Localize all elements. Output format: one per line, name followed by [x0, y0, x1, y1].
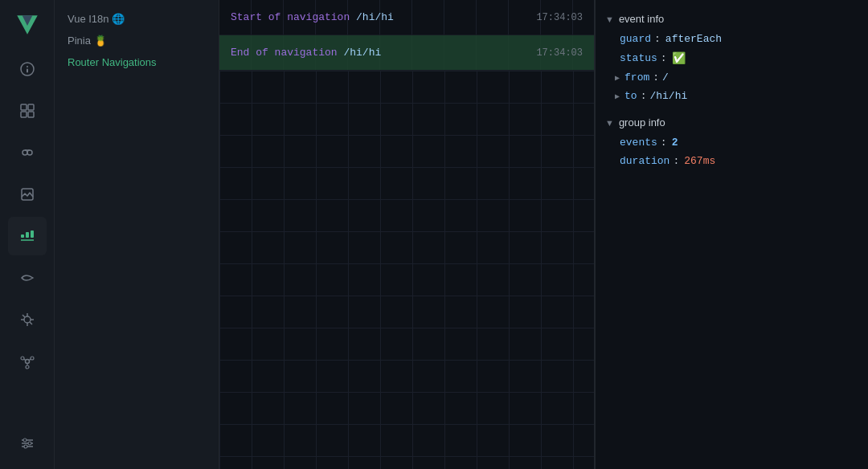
event-label-1: Start of navigation /hi/hi: [231, 11, 536, 23]
detail-to-row[interactable]: ▶ to : /hi/hi: [596, 87, 868, 105]
group-info-title: group info: [619, 116, 665, 128]
detail-status-value: ✅: [672, 51, 686, 65]
routing-icon-btn[interactable]: [8, 259, 47, 297]
detail-from-value: /: [662, 71, 669, 84]
from-expand-arrow: ▶: [615, 73, 620, 83]
pinia-icon-btn[interactable]: [8, 133, 47, 172]
event-label-2: End of navigation /hi/hi: [231, 47, 536, 59]
detail-panel: ▼ event info guard : afterEach status : …: [595, 0, 868, 469]
detail-guard-value: afterEach: [665, 33, 722, 45]
detail-duration-colon: :: [673, 155, 679, 167]
svg-point-25: [21, 357, 24, 360]
detail-guard-key: guard: [620, 33, 651, 45]
detail-to-key: to: [624, 90, 637, 102]
group-info-chevron: ▼: [605, 118, 614, 128]
event-info-section: ▼ event info guard : afterEach status : …: [596, 8, 868, 105]
svg-rect-5: [21, 104, 27, 110]
group-info-header[interactable]: ▼ group info: [596, 112, 868, 133]
nav-item-router-navigations[interactable]: Router Navigations: [55, 51, 219, 73]
svg-line-29: [29, 359, 31, 361]
svg-point-34: [23, 438, 27, 442]
svg-rect-14: [26, 232, 29, 238]
svg-rect-7: [21, 112, 27, 117]
svg-rect-8: [28, 112, 34, 117]
svg-point-17: [24, 316, 31, 323]
detail-status-key: status: [620, 52, 657, 64]
event-info-header[interactable]: ▼ event info: [596, 8, 868, 30]
nav-panel: Vue I18n 🌐 Pinia 🍍 Router Navigations: [55, 0, 219, 469]
svg-point-36: [24, 445, 27, 448]
event-info-chevron: ▼: [605, 14, 614, 24]
detail-events-value: 2: [672, 137, 678, 149]
detail-from-row[interactable]: ▶ from : /: [596, 68, 868, 87]
event-timestamp-1: 17:34:03: [536, 12, 583, 23]
detail-duration-row: duration : 267ms: [596, 152, 868, 170]
group-info-section: ▼ group info events : 2 duration : 267ms: [596, 112, 868, 170]
event-path-1: /hi/hi: [356, 11, 394, 23]
graph-icon-btn[interactable]: [8, 342, 47, 381]
event-keyword-1: Start of navigation: [231, 11, 350, 23]
svg-rect-6: [28, 104, 34, 110]
events-grid-empty: [219, 71, 594, 469]
vue-logo: [8, 6, 47, 45]
detail-status-row: status : ✅: [596, 48, 868, 68]
event-timestamp-2: 17:34:03: [536, 47, 583, 59]
svg-line-28: [24, 359, 26, 361]
detail-from-key: from: [624, 71, 649, 84]
detail-to-value: /hi/hi: [649, 90, 687, 102]
detail-to-colon: :: [641, 90, 647, 102]
detail-from-colon: :: [653, 71, 659, 84]
detail-status-colon: :: [661, 52, 667, 64]
event-info-title: event info: [619, 13, 664, 25]
info-icon-btn[interactable]: [8, 50, 47, 88]
event-row-2[interactable]: End of navigation /hi/hi 17:34:03: [219, 35, 594, 71]
detail-events-row: events : 2: [596, 133, 868, 152]
svg-point-27: [26, 365, 29, 369]
detail-events-colon: :: [661, 137, 667, 149]
assets-icon-btn[interactable]: [8, 175, 47, 214]
svg-line-22: [23, 315, 25, 317]
svg-point-24: [25, 360, 29, 364]
detail-events-key: events: [620, 137, 657, 149]
debug-icon-btn[interactable]: [8, 300, 47, 339]
to-expand-arrow: ▶: [615, 92, 620, 101]
svg-point-10: [27, 150, 32, 155]
nav-item-vue-i18n[interactable]: Vue I18n 🌐: [55, 8, 219, 30]
svg-point-35: [28, 442, 31, 445]
event-path-2: /hi/hi: [343, 47, 381, 59]
events-panel: Start of navigation /hi/hi 17:34:03 End …: [219, 0, 595, 469]
svg-point-3: [27, 66, 28, 67]
icon-sidebar: [0, 0, 55, 469]
event-keyword-2: End of navigation: [231, 47, 338, 59]
detail-guard-colon: :: [654, 33, 661, 45]
detail-guard-row: guard : afterEach: [596, 30, 868, 48]
settings-icon-btn[interactable]: [8, 424, 47, 463]
svg-point-9: [23, 150, 27, 155]
svg-rect-13: [21, 234, 24, 238]
timeline-icon-btn[interactable]: [8, 217, 47, 255]
nav-item-pinia[interactable]: Pinia 🍍: [55, 30, 219, 51]
detail-duration-key: duration: [620, 155, 669, 167]
event-row-1[interactable]: Start of navigation /hi/hi 17:34:03: [219, 0, 594, 35]
components-icon-btn[interactable]: [8, 92, 47, 130]
svg-line-23: [30, 322, 32, 324]
detail-duration-value: 267ms: [684, 155, 715, 167]
svg-rect-4: [27, 69, 28, 73]
svg-point-26: [31, 357, 34, 360]
svg-rect-15: [31, 230, 34, 238]
